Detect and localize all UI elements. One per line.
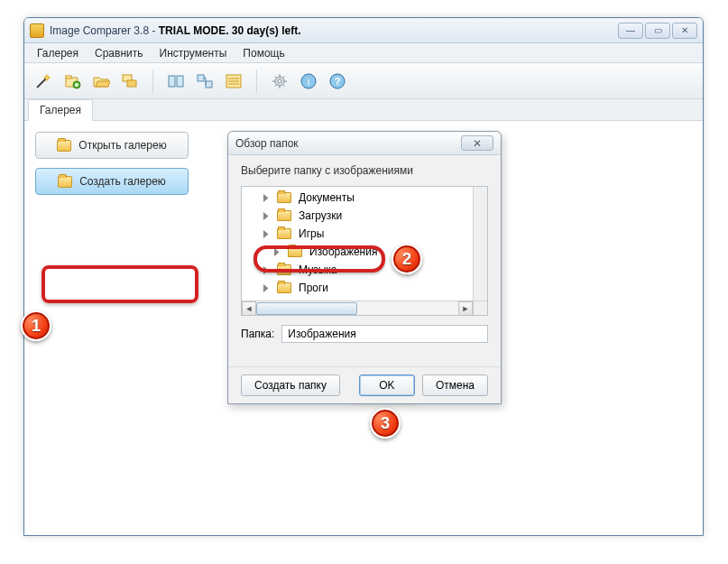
dialog-titlebar[interactable]: Обзор папок ✕ — [228, 132, 501, 155]
folder-new-icon — [58, 176, 72, 188]
minimize-button[interactable]: — — [618, 23, 643, 39]
create-folder-button[interactable]: Создать папку — [241, 374, 340, 396]
tabstrip: Галерея — [24, 99, 703, 121]
svg-rect-7 — [177, 76, 183, 87]
folder-tree[interactable]: Документы Загрузки Игры Изображения — [241, 186, 488, 316]
expander-icon[interactable] — [263, 230, 272, 238]
folder-icon — [277, 228, 291, 239]
tree-label: Загрузки — [299, 209, 342, 222]
folder-label: Папка: — [241, 328, 274, 340]
svg-text:i: i — [307, 76, 309, 87]
scroll-right-arrow[interactable]: ► — [458, 301, 473, 316]
title-prefix: Image Comparer 3.8 - — [50, 24, 159, 37]
svg-rect-9 — [206, 81, 212, 88]
scroll-left-arrow[interactable]: ◄ — [242, 301, 256, 316]
expander-icon[interactable] — [263, 212, 272, 220]
tree-label: Документы — [299, 191, 355, 204]
close-button[interactable]: ✕ — [672, 23, 697, 39]
menu-gallery[interactable]: Галерея — [30, 44, 86, 62]
svg-rect-6 — [169, 76, 175, 87]
ok-button[interactable]: OK — [359, 374, 415, 396]
scroll-thumb[interactable] — [256, 302, 357, 315]
scroll-track[interactable] — [256, 301, 458, 316]
tree-item-progi[interactable]: Проги — [242, 279, 487, 297]
folder-icon — [277, 282, 291, 293]
folder-icon — [57, 140, 71, 152]
svg-rect-2 — [66, 76, 71, 79]
dialog-close-button[interactable]: ✕ — [461, 135, 493, 151]
app-icon — [30, 23, 44, 38]
folders-icon[interactable] — [118, 69, 142, 93]
horizontal-scrollbar[interactable]: ◄ ► — [242, 300, 473, 315]
menu-compare[interactable]: Сравнить — [88, 44, 150, 62]
expander-icon[interactable] — [263, 284, 272, 292]
scroll-corner — [473, 300, 487, 315]
wand-icon[interactable] — [32, 69, 55, 93]
tree-label: Игры — [299, 227, 324, 240]
cancel-button[interactable]: Отмена — [422, 374, 488, 396]
tree-item-music[interactable]: Музыка — [242, 261, 487, 279]
tree-item-games[interactable]: Игры — [242, 225, 487, 243]
svg-rect-8 — [198, 75, 204, 81]
info-icon[interactable]: i — [297, 69, 320, 93]
create-gallery-button[interactable]: Создать галерею — [35, 168, 189, 195]
folder-icon — [277, 210, 291, 221]
svg-rect-5 — [127, 80, 136, 87]
svg-text:?: ? — [335, 76, 341, 87]
tree-item-documents[interactable]: Документы — [242, 189, 487, 207]
folder-icon — [277, 264, 291, 275]
tree-item-downloads[interactable]: Загрузки — [242, 207, 487, 225]
expander-icon[interactable] — [274, 248, 282, 256]
toolbar: i ? — [24, 63, 703, 99]
compare2-icon[interactable] — [193, 69, 217, 93]
open-folder-icon[interactable] — [89, 69, 113, 93]
menu-help[interactable]: Помощь — [235, 44, 291, 62]
expander-icon[interactable] — [263, 194, 272, 202]
annotation-badge-2: 2 — [392, 244, 422, 274]
annotation-badge-3: 3 — [370, 408, 401, 439]
svg-point-0 — [45, 76, 49, 79]
create-gallery-label: Создать галерею — [79, 175, 166, 188]
menubar: Галерея Сравнить Инструменты Помощь — [24, 43, 703, 63]
add-gallery-icon[interactable] — [60, 69, 84, 93]
help-icon[interactable]: ? — [326, 69, 349, 93]
folder-icon — [277, 192, 291, 203]
gear-icon[interactable] — [268, 69, 291, 93]
tab-gallery[interactable]: Галерея — [28, 99, 93, 121]
menu-tools[interactable]: Инструменты — [152, 44, 235, 62]
tree-label: Проги — [299, 282, 328, 294]
folder-input[interactable] — [281, 325, 488, 343]
annotation-badge-1: 1 — [21, 310, 51, 341]
list-icon[interactable] — [222, 69, 245, 93]
dialog-footer: Создать папку OK Отмена — [228, 366, 501, 403]
dialog-title: Обзор папок — [235, 137, 461, 150]
browse-folders-dialog: Обзор папок ✕ Выберите папку с изображен… — [227, 131, 502, 404]
window-title: Image Comparer 3.8 - TRIAL MODE. 30 day(… — [50, 24, 301, 37]
open-gallery-button[interactable]: Открыть галерею — [35, 132, 189, 159]
folder-icon — [288, 246, 302, 257]
svg-point-12 — [278, 79, 281, 83]
title-trial: TRIAL MODE. 30 day(s) left. — [159, 24, 301, 37]
tree-label: Музыка — [299, 264, 336, 276]
tree-item-images[interactable]: Изображения — [242, 243, 487, 261]
dialog-prompt: Выберите папку с изображениями — [241, 164, 488, 177]
titlebar[interactable]: Image Comparer 3.8 - TRIAL MODE. 30 day(… — [24, 18, 703, 43]
compare1-icon[interactable] — [164, 69, 188, 93]
open-gallery-label: Открыть галерею — [78, 139, 166, 152]
tree-label: Изображения — [309, 245, 377, 258]
vertical-scrollbar[interactable] — [473, 187, 487, 315]
expander-icon[interactable] — [263, 266, 272, 274]
maximize-button[interactable]: ▭ — [645, 23, 670, 39]
